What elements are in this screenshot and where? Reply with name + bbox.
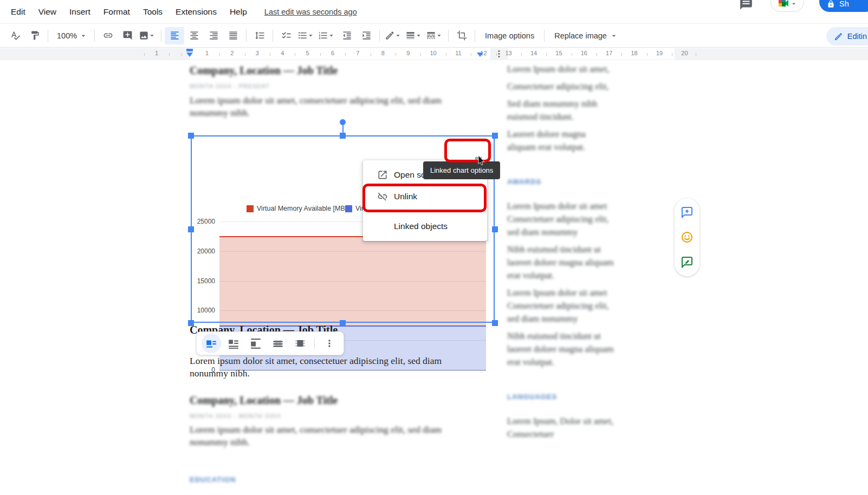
align-right-button[interactable] bbox=[204, 27, 223, 44]
right-column-paragraph: Consectetuer adipiscing elit, bbox=[507, 80, 632, 93]
align-justify-button[interactable] bbox=[223, 27, 243, 44]
insert-link-button[interactable] bbox=[98, 27, 118, 44]
ruler-tick bbox=[471, 53, 471, 56]
ruler-tick bbox=[572, 53, 572, 56]
numbered-list-button[interactable] bbox=[316, 27, 337, 44]
spellcheck-button[interactable] bbox=[5, 27, 25, 44]
wrap-option-in-front-of-text[interactable] bbox=[289, 332, 311, 355]
suggest-edits-button[interactable] bbox=[681, 256, 694, 269]
comment-history-icon[interactable] bbox=[739, 0, 753, 13]
ruler-tick bbox=[546, 53, 547, 56]
share-button[interactable]: Sh bbox=[819, 0, 868, 12]
replace-image-button[interactable]: Replace image bbox=[548, 27, 625, 45]
body-line: Lorem ipsum dolor sit amet, consectetuer… bbox=[190, 94, 442, 107]
toolbar-divider bbox=[448, 30, 449, 42]
ruler-tick bbox=[320, 53, 321, 56]
y-axis-label: 15000 bbox=[188, 277, 215, 285]
ruler-number: 9 bbox=[406, 50, 410, 56]
zoom-select[interactable]: 100% bbox=[51, 31, 91, 40]
selection-handle[interactable] bbox=[492, 133, 498, 139]
decrease-indent-icon bbox=[342, 30, 352, 41]
increase-indent-button[interactable] bbox=[357, 27, 376, 44]
tooltip: Linked chart options bbox=[423, 161, 500, 179]
insert-image-button[interactable] bbox=[137, 27, 158, 44]
body-line: Lorem ipsum dolor sit amet, consectetuer… bbox=[190, 424, 442, 436]
paint-format-button[interactable] bbox=[25, 27, 44, 44]
left-indent-marker[interactable] bbox=[186, 53, 193, 57]
line-spacing-button[interactable] bbox=[250, 27, 269, 44]
selection-handle[interactable] bbox=[492, 226, 498, 232]
wrap-option-behind-text[interactable] bbox=[267, 332, 289, 355]
menu-view[interactable]: View bbox=[32, 0, 63, 24]
toolbar: 100%Image optionsReplace image bbox=[0, 24, 868, 48]
caret-icon bbox=[435, 31, 443, 40]
editing-mode-button[interactable]: Editin bbox=[826, 27, 868, 45]
section-dates: MONTH 20XX - PRESENT bbox=[190, 83, 270, 89]
selection-handle[interactable] bbox=[492, 320, 498, 326]
right-indent-marker[interactable] bbox=[477, 53, 483, 57]
body-line: erat volutpat. bbox=[507, 356, 632, 369]
menu-help[interactable]: Help bbox=[223, 0, 254, 24]
selection-handle[interactable] bbox=[188, 226, 194, 232]
legend-label: Virtual Memory Available [MB] bbox=[257, 205, 347, 212]
languages-label: LANGUAGES bbox=[507, 393, 632, 401]
column-gap-handle[interactable]: ••• bbox=[498, 50, 500, 58]
checklist-button[interactable] bbox=[276, 27, 296, 44]
caret-icon bbox=[79, 31, 88, 40]
menu-edit[interactable]: Edit bbox=[4, 0, 32, 24]
toolbar-divider bbox=[48, 30, 48, 42]
caret-icon bbox=[148, 31, 156, 40]
line-spacing-icon bbox=[255, 30, 265, 41]
selection-handle[interactable] bbox=[340, 320, 346, 326]
menu-tools[interactable]: Tools bbox=[137, 0, 169, 24]
align-left-button[interactable] bbox=[165, 27, 184, 44]
increase-indent-icon bbox=[361, 30, 372, 41]
menu-item-linked-objects[interactable]: Linked objects bbox=[363, 216, 487, 237]
ruler-tick bbox=[496, 53, 497, 56]
rotation-handle[interactable] bbox=[340, 119, 346, 125]
meet-call-button[interactable] bbox=[770, 0, 804, 12]
google-docs-window: EditViewInsertFormatToolsExtensionsHelp … bbox=[0, 0, 868, 495]
section-body: Lorem ipsum dolor sit amet, consectetuer… bbox=[190, 355, 442, 379]
menu-insert[interactable]: Insert bbox=[63, 0, 97, 24]
add-emoji-button[interactable] bbox=[681, 231, 694, 244]
add-comment-button[interactable] bbox=[681, 206, 694, 219]
ruler-number: 15 bbox=[555, 50, 562, 56]
ruler[interactable]: 11234567891011121314151617181920••• bbox=[0, 48, 868, 60]
zoom-value: 100% bbox=[57, 31, 77, 40]
body-line: sed diam nonummy bbox=[507, 226, 632, 239]
ruler-tick bbox=[420, 53, 421, 56]
document-page[interactable]: Company, Location — Job Title MONTH 20XX… bbox=[0, 60, 868, 495]
last-edit-link[interactable]: Last edit was seconds ago bbox=[264, 8, 357, 16]
ruler-number: 5 bbox=[306, 50, 309, 56]
add-comment-icon bbox=[122, 30, 133, 41]
more-options-button[interactable] bbox=[318, 332, 340, 355]
ruler-tick bbox=[621, 53, 622, 56]
body-line: Laoreet dolore magna bbox=[507, 128, 632, 141]
border-color-button[interactable] bbox=[383, 27, 404, 44]
align-center-button[interactable] bbox=[184, 27, 204, 44]
border-dash-button[interactable] bbox=[424, 27, 445, 44]
selection-handle[interactable] bbox=[188, 320, 194, 326]
image-options-button[interactable]: Image options bbox=[478, 27, 541, 45]
caret-icon bbox=[394, 31, 402, 40]
wrap-option-in-line[interactable] bbox=[200, 332, 222, 355]
right-column-paragraph: Sed diam nonummy nibheuismod tincidunt. bbox=[507, 97, 632, 123]
menu-format[interactable]: Format bbox=[97, 0, 137, 24]
menu-extensions[interactable]: Extensions bbox=[169, 0, 223, 24]
crop-button[interactable] bbox=[452, 27, 471, 44]
menu-item-unlink[interactable]: Unlink bbox=[363, 186, 487, 207]
section-body: Lorem ipsum dolor sit amet, consectetuer… bbox=[190, 424, 442, 448]
ruler-number: 11 bbox=[455, 50, 461, 56]
indent-marker-bar[interactable] bbox=[186, 49, 193, 51]
selection-handle[interactable] bbox=[188, 133, 194, 139]
bulleted-list-button[interactable] bbox=[296, 27, 316, 44]
add-comment-button[interactable] bbox=[118, 27, 137, 44]
line-weight-button[interactable] bbox=[404, 27, 424, 44]
right-column-paragraph: Nibh euismod tincidunt utlaoreet dolore … bbox=[507, 330, 632, 369]
body-line: Nibh euismod tincidunt ut bbox=[507, 243, 632, 256]
decrease-indent-button[interactable] bbox=[337, 27, 357, 44]
body-line: Lorem Ipsum, Dolor sit amet, bbox=[507, 415, 632, 428]
wrap-option-wrap-text[interactable] bbox=[222, 332, 244, 355]
wrap-option-break-text[interactable] bbox=[244, 332, 267, 355]
